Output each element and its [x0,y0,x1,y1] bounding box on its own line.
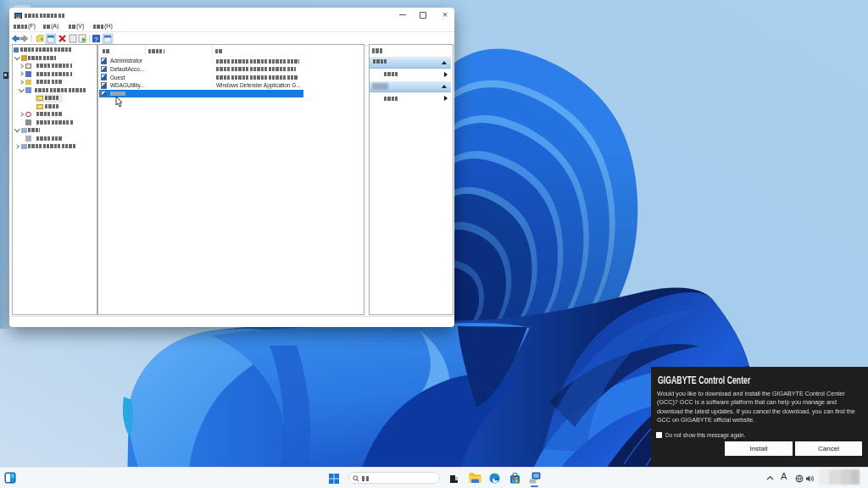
svg-text:?: ? [94,36,98,43]
